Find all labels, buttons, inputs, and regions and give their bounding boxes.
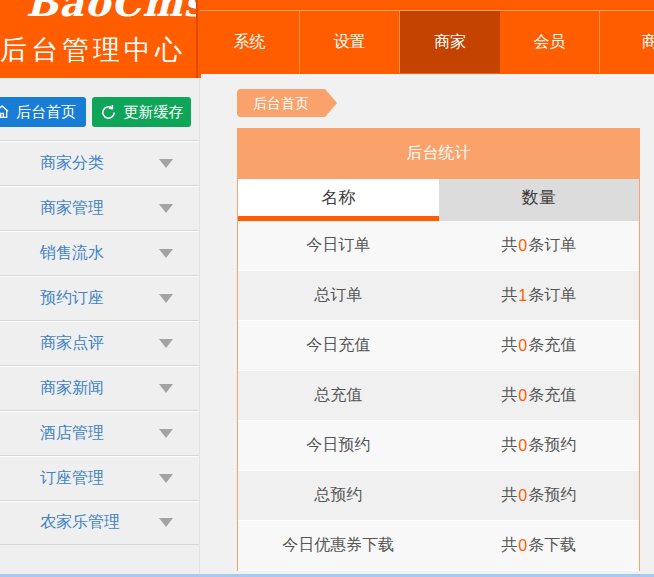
- top-nav: 系统 设置 商家 会员 商: [200, 0, 654, 74]
- sidebar-item-farmstay-manage[interactable]: 农家乐管理: [0, 500, 199, 545]
- stats-row: 今日充值 共0条充值: [238, 321, 639, 371]
- stat-name: 今日充值: [238, 321, 439, 370]
- sidebar-item-label: 订座管理: [40, 468, 104, 489]
- sidebar-item-label: 商家点评: [40, 333, 104, 354]
- sidebar-item-booking[interactable]: 预约订座: [0, 275, 199, 320]
- chevron-down-icon: [159, 294, 173, 303]
- sidebar-item-merchant-category[interactable]: 商家分类: [0, 140, 199, 185]
- stats-row: 总订单 共1条订单: [238, 271, 639, 321]
- logo-block: BaoCms 后台管理中心: [0, 0, 198, 78]
- stat-name: 今日订单: [238, 221, 439, 270]
- sidebar-item-seat-manage[interactable]: 订座管理: [0, 455, 199, 500]
- stat-name: 总订单: [238, 271, 439, 320]
- stat-value: 共0条预约: [439, 421, 640, 470]
- stat-name: 今日优惠券下载: [238, 521, 439, 570]
- chevron-down-icon: [159, 204, 173, 213]
- main-content: 后台首页 后台统计 名称 数量 今日订单 共0条订单 总订单 共1条订单 今日充…: [201, 74, 654, 574]
- nav-tabs: 系统 设置 商家 会员 商: [200, 11, 654, 73]
- sidebar-item-label: 销售流水: [40, 243, 104, 264]
- chevron-down-icon: [159, 159, 173, 168]
- stat-value: 共1条订单: [439, 271, 640, 320]
- stats-panel: 后台统计 名称 数量 今日订单 共0条订单 总订单 共1条订单 今日充值 共0条…: [237, 128, 640, 571]
- refresh-icon: [100, 104, 117, 121]
- sidebar-item-label: 预约订座: [40, 288, 104, 309]
- sidebar: 后台首页 更新缓存 商家分类 商家管理 销售流水 预约订座: [0, 78, 200, 574]
- app-subtitle: 后台管理中心: [0, 32, 196, 68]
- column-header-name[interactable]: 名称: [238, 179, 439, 221]
- stats-row: 今日优惠券下载 共0条下载: [238, 521, 639, 571]
- chevron-down-icon: [159, 384, 173, 393]
- tab-partial[interactable]: 商: [600, 11, 654, 73]
- stats-row: 总预约 共0条预约: [238, 471, 639, 521]
- tab-system[interactable]: 系统: [200, 11, 300, 73]
- stat-name: 今日预约: [238, 421, 439, 470]
- sidebar-item-label: 商家新闻: [40, 378, 104, 399]
- chevron-down-icon: [159, 518, 173, 527]
- nav-top-strip: [200, 0, 654, 11]
- stats-panel-title: 后台统计: [238, 128, 639, 179]
- sidebar-item-hotel-manage[interactable]: 酒店管理: [0, 410, 199, 455]
- stats-column-headers: 名称 数量: [238, 179, 639, 221]
- stats-rows: 今日订单 共0条订单 总订单 共1条订单 今日充值 共0条充值 总充值 共0条充…: [238, 221, 639, 571]
- chevron-down-icon: [159, 339, 173, 348]
- column-header-qty[interactable]: 数量: [439, 179, 640, 221]
- stats-row: 今日订单 共0条订单: [238, 221, 639, 271]
- sidebar-item-label: 酒店管理: [40, 423, 104, 444]
- stat-name: 总充值: [238, 371, 439, 420]
- sidebar-item-merchant-news[interactable]: 商家新闻: [0, 365, 199, 410]
- sidebar-menu: 商家分类 商家管理 销售流水 预约订座 商家点评 商家新闻 酒店管理 订座管理: [0, 140, 199, 545]
- sidebar-item-label: 农家乐管理: [40, 512, 120, 533]
- home-icon: [0, 104, 10, 120]
- sidebar-item-merchant-manage[interactable]: 商家管理: [0, 185, 199, 230]
- update-cache-button[interactable]: 更新缓存: [92, 97, 191, 127]
- sidebar-item-label: 商家分类: [40, 153, 104, 174]
- stat-value: 共0条下载: [439, 521, 640, 570]
- stat-number: 0: [517, 487, 528, 505]
- stat-number: 0: [517, 537, 528, 555]
- breadcrumb[interactable]: 后台首页: [237, 89, 325, 117]
- stats-row: 总充值 共0条充值: [238, 371, 639, 421]
- update-cache-label: 更新缓存: [124, 103, 184, 122]
- stats-row: 今日预约 共0条预约: [238, 421, 639, 471]
- stat-number: 0: [517, 437, 528, 455]
- chevron-down-icon: [159, 474, 173, 483]
- stat-number: 0: [517, 237, 528, 255]
- sidebar-buttons: 后台首页 更新缓存: [0, 78, 199, 140]
- stat-value: 共0条充值: [439, 371, 640, 420]
- home-button-label: 后台首页: [16, 103, 76, 122]
- top-header: BaoCms 后台管理中心 系统 设置 商家 会员 商: [0, 0, 654, 78]
- stat-name: 总预约: [238, 471, 439, 520]
- sidebar-item-sales-flow[interactable]: 销售流水: [0, 230, 199, 275]
- stat-value: 共0条订单: [439, 221, 640, 270]
- stat-number: 0: [517, 387, 528, 405]
- stat-number: 0: [517, 337, 528, 355]
- chevron-down-icon: [159, 249, 173, 258]
- tab-merchant[interactable]: 商家: [400, 11, 500, 73]
- stat-number: 1: [517, 287, 528, 305]
- home-button[interactable]: 后台首页: [0, 97, 86, 127]
- tab-member[interactable]: 会员: [500, 11, 600, 73]
- app-logo: BaoCms: [26, 0, 196, 22]
- stat-value: 共0条预约: [439, 471, 640, 520]
- sidebar-item-merchant-review[interactable]: 商家点评: [0, 320, 199, 365]
- sidebar-item-label: 商家管理: [40, 198, 104, 219]
- tab-settings[interactable]: 设置: [300, 11, 400, 73]
- chevron-down-icon: [159, 429, 173, 438]
- stat-value: 共0条充值: [439, 321, 640, 370]
